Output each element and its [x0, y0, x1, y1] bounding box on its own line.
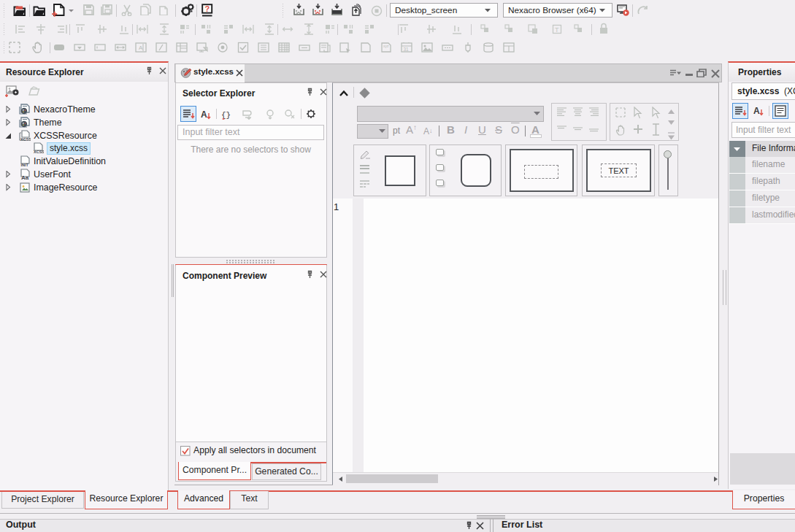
svg-text:{}: {}	[221, 111, 231, 120]
svg-text:?: ?	[204, 4, 210, 13]
svg-text:Aa: Aa	[21, 174, 29, 181]
svg-text:A: A	[201, 109, 207, 120]
svg-text:31: 31	[404, 47, 410, 52]
svg-text:A: A	[139, 45, 143, 51]
svg-text:XCSS: XCSS	[34, 150, 44, 154]
svg-text:T: T	[555, 26, 559, 34]
svg-text:A: A	[753, 106, 760, 116]
svg-text:xyz: xyz	[383, 44, 389, 48]
svg-text:XCSS: XCSS	[20, 137, 31, 142]
svg-text:INIT: INIT	[21, 163, 29, 167]
